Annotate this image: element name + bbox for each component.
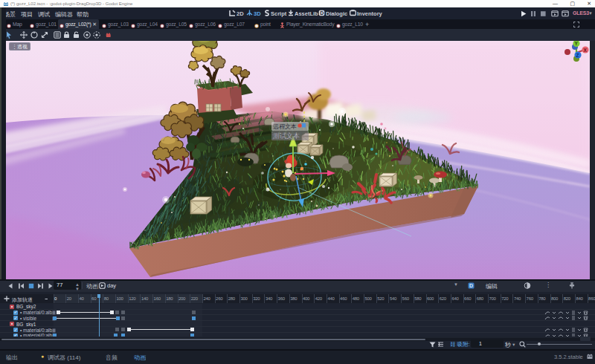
svg-text:远程文本: 远程文本 [273,123,297,130]
svg-text:Y: Y [575,41,579,46]
svg-text:Z: Z [576,53,579,58]
svg-text:X: X [583,48,587,53]
svg-text:测试文本: 测试文本 [272,132,300,140]
svg-text:D: D [320,10,324,16]
svg-text:D: D [469,283,473,288]
